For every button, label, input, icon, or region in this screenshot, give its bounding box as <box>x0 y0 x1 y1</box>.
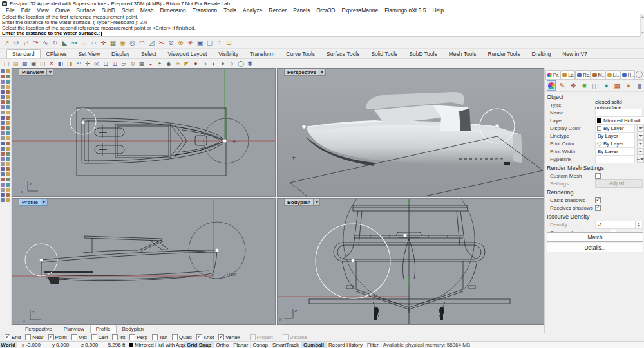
tool-icon[interactable] <box>6 131 10 135</box>
tool-icon[interactable] <box>1 142 5 145</box>
tool-icon[interactable] <box>1 183 5 187</box>
tool-icon[interactable] <box>6 105 10 109</box>
tool-icon[interactable] <box>6 178 10 181</box>
zoom-icon[interactable]: ◎ <box>92 59 101 68</box>
material-icon[interactable]: ■ <box>580 80 589 91</box>
dropdown-arrow-icon[interactable] <box>637 140 644 147</box>
control-point[interactable] <box>215 248 219 252</box>
move-icon[interactable]: ✛ <box>99 38 108 47</box>
display-icon[interactable]: ❖ <box>569 80 578 91</box>
cylinder-icon[interactable]: ▮ <box>635 80 644 91</box>
viewport-label-profile[interactable]: Profile <box>19 199 48 206</box>
osnap-near[interactable]: Near <box>25 334 43 340</box>
tool-icon[interactable] <box>1 111 5 114</box>
rotate-icon[interactable]: ↺ <box>12 38 21 47</box>
dropdown-arrow-icon[interactable] <box>637 148 644 155</box>
toggle-gumball[interactable]: Gumball <box>301 342 327 348</box>
toolbar-tab-drafting[interactable]: Drafting <box>526 49 556 58</box>
tool-icon[interactable] <box>6 198 10 202</box>
tool-icon[interactable] <box>1 116 5 120</box>
menu-solid[interactable]: Solid <box>118 7 137 14</box>
menu-curve[interactable]: Curve <box>52 7 73 14</box>
osnap-checkbox-point[interactable] <box>48 334 54 340</box>
toggle-planar[interactable]: Planar <box>231 342 251 348</box>
light-icon[interactable]: ☀ <box>173 59 182 68</box>
tool-icon[interactable] <box>1 131 5 135</box>
osnap-checkbox-knot[interactable] <box>196 334 202 340</box>
adjust-button[interactable]: Adjust... <box>595 179 643 188</box>
menu-flamingo-nxt-5-5[interactable]: Flamingo nXt 5.5 <box>381 7 429 14</box>
panel-tab-la[interactable]: La... <box>560 70 575 79</box>
osnap-vertex[interactable]: Vertex <box>218 334 240 340</box>
scale-icon[interactable]: ↔ <box>79 38 89 47</box>
receives-shadows-checkbox[interactable] <box>595 205 601 211</box>
copy-icon[interactable]: ◧ <box>56 59 65 68</box>
osnap-point[interactable]: Point <box>48 334 67 340</box>
cplane-indicator[interactable]: World <box>0 342 17 348</box>
density-input[interactable]: -1 <box>595 221 643 229</box>
menu-file[interactable]: File <box>3 7 18 14</box>
toolbar-tab-solid-tools[interactable]: Solid Tools <box>365 49 403 58</box>
ball-icon[interactable]: ● <box>624 80 633 91</box>
tool-icon[interactable] <box>1 198 5 202</box>
osnap-cen[interactable]: Cen <box>91 334 108 340</box>
tool-icon[interactable] <box>1 121 5 125</box>
control-point[interactable] <box>81 120 84 124</box>
export-icon[interactable]: ◫ <box>38 59 47 68</box>
osnap-disable[interactable]: Disable <box>283 334 307 340</box>
trim-icon[interactable]: ✂ <box>156 38 166 47</box>
tool-icon[interactable] <box>6 193 10 197</box>
menu-orca3d[interactable]: Orca3D <box>313 7 338 14</box>
tool-icon[interactable] <box>6 90 10 94</box>
density-spinner[interactable] <box>635 221 642 228</box>
hide-icon[interactable]: ◒ <box>146 59 155 68</box>
viewport-profile[interactable]: 3.294 z x Profile <box>12 198 276 325</box>
toolbar-tab-transform[interactable]: Transform <box>244 49 280 58</box>
control-point[interactable] <box>39 258 43 261</box>
brick-icon[interactable]: ▦ <box>613 80 622 91</box>
osnap-end[interactable]: End <box>5 334 21 340</box>
viewport-label-perspective[interactable]: Perspective <box>284 69 326 76</box>
osnap-checkbox-near[interactable] <box>25 334 31 340</box>
tool-icon[interactable] <box>1 162 5 166</box>
tool-icon[interactable] <box>6 95 10 99</box>
toolbar-tab-viewport-layout[interactable]: Viewport Layout <box>162 49 213 58</box>
toolbar-tab-mesh-tools[interactable]: Mesh Tools <box>443 49 482 58</box>
control-point[interactable] <box>495 124 499 128</box>
tool-icon[interactable] <box>1 188 5 192</box>
tool-icon[interactable] <box>1 193 5 197</box>
render-preview-icon[interactable]: ◑ <box>200 59 209 68</box>
explode-icon[interactable]: ✳ <box>185 38 195 47</box>
array-icon[interactable]: ▦ <box>108 38 118 47</box>
viewport-menu-arrow-icon[interactable] <box>41 199 48 206</box>
osnap-checkbox-vertex[interactable] <box>218 334 224 340</box>
toolbar-tab-surface-tools[interactable]: Surface Tools <box>321 49 365 58</box>
toggle-smarttrack[interactable]: SmartTrack <box>270 342 301 348</box>
offset-icon[interactable]: ◎ <box>128 38 137 47</box>
control-point[interactable] <box>302 125 306 129</box>
viewport-planview[interactable]: y x Planview <box>12 68 276 197</box>
menu-expressmarine[interactable]: ExpressMarine <box>338 7 381 14</box>
orient-icon[interactable]: ↗ <box>2 38 12 47</box>
options-icon[interactable]: ✱ <box>245 59 254 68</box>
osnap-checkbox-perp[interactable] <box>129 334 135 340</box>
tool-icon[interactable] <box>6 126 10 130</box>
open-folder-icon[interactable]: ▤ <box>11 59 20 68</box>
ellipsis-button[interactable]: ... <box>637 156 644 163</box>
osnap-mid[interactable]: Mid <box>71 334 87 340</box>
zoom-extents-icon[interactable]: ⊞ <box>110 59 119 68</box>
cage-edit-icon[interactable]: ⊡ <box>224 38 234 47</box>
tool-icon[interactable] <box>6 136 10 140</box>
menu-render[interactable]: Render <box>265 7 290 14</box>
xray-mode-icon[interactable]: ◯ <box>236 59 245 68</box>
taper-icon[interactable]: ◣ <box>60 38 70 47</box>
control-point[interactable] <box>223 139 227 143</box>
tool-icon[interactable] <box>1 167 5 171</box>
delete-icon[interactable]: ✕ <box>47 59 56 68</box>
menu-mesh[interactable]: Mesh <box>137 7 157 14</box>
toolbar-tab-set-view[interactable]: Set View <box>73 49 106 58</box>
tool-icon[interactable] <box>6 142 10 145</box>
tool-icon[interactable] <box>6 100 10 104</box>
panel-tab-li[interactable]: Li... <box>605 70 620 79</box>
fillet-icon[interactable]: ◠ <box>137 38 147 47</box>
